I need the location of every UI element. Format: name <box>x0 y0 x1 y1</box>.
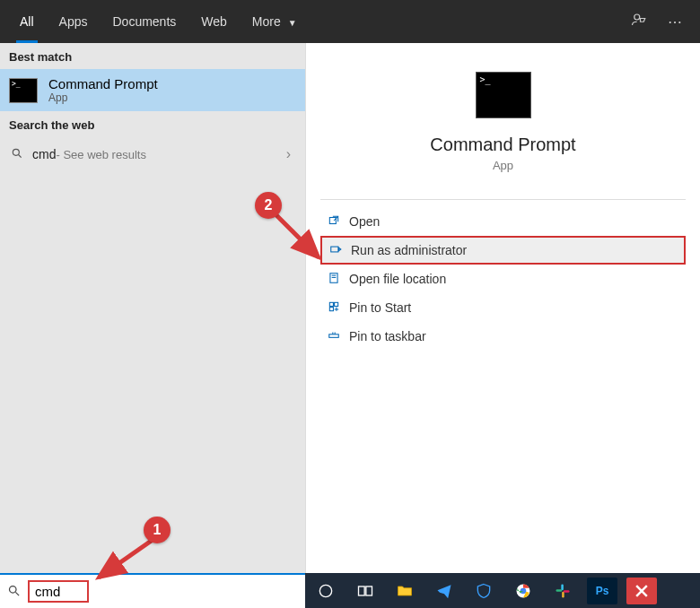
svg-line-13 <box>99 540 153 578</box>
svg-point-16 <box>319 585 331 596</box>
file-explorer-icon[interactable] <box>389 578 420 604</box>
search-tabs-bar: All Apps Documents Web More ▼ ⋯ <box>0 0 700 43</box>
svg-rect-17 <box>359 586 365 595</box>
chrome-icon[interactable] <box>508 578 538 604</box>
tab-all[interactable]: All <box>7 0 47 43</box>
svg-line-2 <box>19 154 22 157</box>
svg-rect-24 <box>564 590 570 593</box>
pin-taskbar-icon <box>328 329 349 344</box>
svg-rect-9 <box>335 302 338 306</box>
command-prompt-icon <box>9 78 38 103</box>
action-pin-taskbar-label: Pin to taskbar <box>349 329 426 343</box>
results-left-pane: Best match Command Prompt App Search the… <box>0 43 305 573</box>
preview-app-icon <box>476 72 531 118</box>
search-icon <box>9 147 25 162</box>
annotation-badge-1: 1 <box>144 517 171 543</box>
folder-icon <box>328 272 349 287</box>
photoshop-icon[interactable]: Ps <box>587 578 617 604</box>
svg-rect-18 <box>366 586 372 595</box>
svg-rect-10 <box>329 307 333 310</box>
annotation-arrow-1 <box>90 534 162 588</box>
search-input[interactable] <box>31 582 85 601</box>
best-match-title: Command Prompt <box>48 76 158 91</box>
svg-point-0 <box>634 14 640 20</box>
annotation-arrow-2 <box>269 208 332 271</box>
svg-point-1 <box>13 149 19 155</box>
action-open-label: Open <box>349 214 380 229</box>
tab-more-label: More <box>252 14 281 29</box>
admin-shield-icon <box>329 243 351 258</box>
slack-icon[interactable] <box>547 578 578 604</box>
action-run-admin-label: Run as administrator <box>351 243 467 257</box>
section-search-web: Search the web <box>0 111 305 137</box>
svg-rect-8 <box>329 302 333 306</box>
search-input-highlight <box>28 580 89 603</box>
search-icon <box>7 584 21 600</box>
svg-rect-23 <box>562 591 564 597</box>
action-pin-start-label: Pin to Start <box>349 300 411 315</box>
cortana-icon[interactable] <box>311 578 341 604</box>
action-open[interactable]: Open <box>320 207 686 236</box>
tab-more[interactable]: More ▼ <box>240 0 310 43</box>
action-open-loc-label: Open file location <box>349 272 446 286</box>
feedback-icon[interactable] <box>621 12 657 31</box>
svg-line-12 <box>275 213 319 257</box>
tab-web[interactable]: Web <box>188 0 240 43</box>
task-view-icon[interactable] <box>350 578 381 604</box>
preview-title: Command Prompt <box>306 135 700 155</box>
svg-rect-22 <box>556 589 563 592</box>
svg-rect-5 <box>330 273 337 282</box>
tab-apps[interactable]: Apps <box>47 0 101 43</box>
svg-rect-21 <box>561 584 564 590</box>
action-run-as-admin[interactable]: Run as administrator <box>320 236 686 265</box>
svg-rect-11 <box>329 334 339 337</box>
taskbar: Ps <box>305 573 700 608</box>
pin-start-icon <box>328 300 349 316</box>
xmind-icon[interactable] <box>626 578 657 604</box>
annotation-badge-2: 2 <box>255 192 282 219</box>
preview-subtitle: App <box>306 159 700 172</box>
section-best-match: Best match <box>0 43 305 69</box>
tab-documents[interactable]: Documents <box>100 0 188 43</box>
web-result-cmd[interactable]: cmd - See web results › <box>0 137 305 171</box>
action-pin-to-taskbar[interactable]: Pin to taskbar <box>320 322 686 351</box>
best-match-subtitle: App <box>48 91 158 104</box>
chevron-down-icon: ▼ <box>288 18 297 28</box>
chevron-right-icon: › <box>286 146 296 162</box>
action-pin-to-start[interactable]: Pin to Start <box>320 293 686 322</box>
svg-line-15 <box>15 592 19 595</box>
more-options-icon[interactable]: ⋯ <box>657 13 693 30</box>
svg-point-14 <box>10 586 17 593</box>
web-hint: - See web results <box>56 148 145 161</box>
web-term: cmd <box>32 147 56 161</box>
best-match-command-prompt[interactable]: Command Prompt App <box>0 69 305 111</box>
action-open-file-location[interactable]: Open file location <box>320 265 686 293</box>
preview-pane: Command Prompt App Open Run as administr… <box>305 43 700 573</box>
telegram-icon[interactable] <box>429 578 459 604</box>
shield-app-icon[interactable] <box>468 578 499 604</box>
